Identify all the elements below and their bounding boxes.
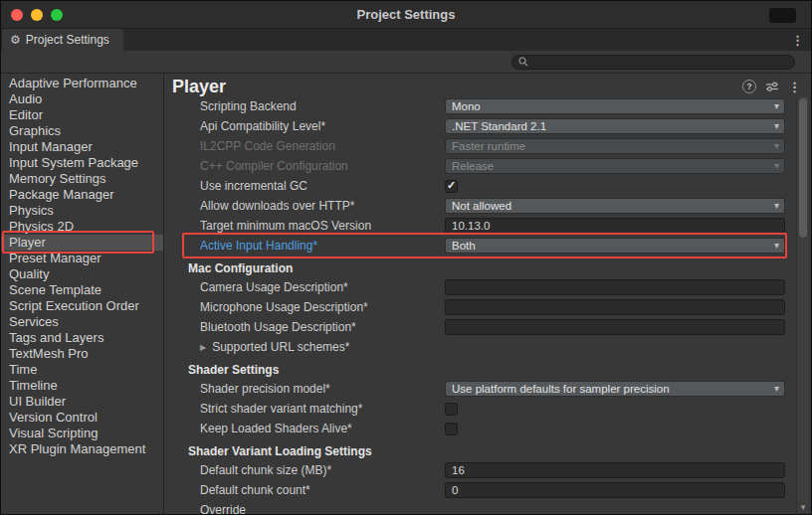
row-supported-url-schemes: ▶Supported URL schemes* (184, 337, 785, 357)
label-active-input-handling: Active Input Handling* (184, 239, 445, 253)
help-icon[interactable]: ? (742, 80, 756, 93)
page-title: Player (172, 78, 733, 95)
row-shader-precision-model: Shader precision model*Use platform defa… (184, 379, 785, 399)
content-area: Adaptive PerformanceAudioEditorGraphicsI… (1, 74, 811, 514)
checkmark-icon: ✓ (447, 179, 456, 192)
field-default-chunk-size-mb[interactable]: 16 (445, 462, 785, 478)
chevron-down-icon: ▾ (774, 161, 779, 171)
minimize-window-button[interactable] (31, 9, 43, 21)
preset-icon[interactable] (765, 81, 779, 92)
foldout-arrow-icon[interactable]: ▶ (200, 343, 206, 352)
sidebar-item-package-manager[interactable]: Package Manager (1, 187, 163, 203)
dropdown-api-compatibility-level[interactable]: .NET Standard 2.1▾ (445, 118, 785, 134)
dropdown-il2cpp-code-generation: Faster runtime▾ (445, 138, 785, 154)
zoom-window-button[interactable] (51, 9, 63, 21)
label-shader-precision-model: Shader precision model* (184, 382, 445, 396)
checkbox-use-incremental-gc[interactable]: ✓ (445, 180, 458, 193)
field-value: 10.13.0 (452, 220, 490, 232)
label-target-minimum-macos-version: Target minimum macOS Version (184, 219, 445, 233)
label-use-incremental-gc: Use incremental GC (184, 179, 445, 193)
sidebar-item-physics-2d[interactable]: Physics 2D (1, 219, 163, 235)
chevron-down-icon: ▾ (774, 141, 779, 151)
row-allow-downloads-over-http: Allow downloads over HTTP*Not allowed▾ (184, 196, 785, 216)
sidebar-item-quality[interactable]: Quality (1, 266, 163, 282)
label-api-compatibility-level: Api Compatibility Level* (184, 119, 445, 133)
label-allow-downloads-over-http: Allow downloads over HTTP* (184, 199, 445, 213)
sidebar-item-scene-template[interactable]: Scene Template (1, 282, 163, 298)
field-bluetooth-usage-description[interactable] (445, 319, 785, 335)
main-pane: Player ? ⋮ Scripting BackendMono▾Api Com… (164, 74, 811, 514)
dropdown-value: Release (452, 160, 774, 172)
titlebar: Project Settings (1, 1, 811, 29)
sidebar-item-editor[interactable]: Editor (1, 107, 163, 123)
dropdown-value: .NET Standard 2.1 (452, 120, 774, 132)
dropdown-value: Not allowed (452, 200, 774, 212)
scrollbar-thumb[interactable] (799, 98, 807, 238)
scrollbar-down-arrow-icon[interactable]: ▾ (797, 502, 809, 513)
sidebar-item-ui-builder[interactable]: UI Builder (1, 394, 163, 410)
sidebar-item-services[interactable]: Services (1, 314, 163, 330)
sidebar-item-input-manager[interactable]: Input Manager (1, 139, 163, 155)
label-microphone-usage-description: Microphone Usage Description* (184, 300, 445, 314)
row-target-minimum-macos-version: Target minimum macOS Version10.13.0 (184, 216, 785, 236)
sidebar-item-textmesh-pro[interactable]: TextMesh Pro (1, 346, 163, 362)
sidebar-item-physics[interactable]: Physics (1, 203, 163, 219)
tab-project-settings[interactable]: ⚙ Project Settings (2, 29, 123, 51)
row-keep-loaded-shaders-alive: Keep Loaded Shaders Alive* (184, 419, 785, 438)
dropdown-shader-precision-model[interactable]: Use platform defaults for sampler precis… (445, 381, 785, 397)
row-override: Override (184, 500, 785, 514)
close-window-button[interactable] (11, 9, 23, 21)
row-camera-usage-description: Camera Usage Description* (184, 277, 785, 297)
sidebar-item-timeline[interactable]: Timeline (1, 378, 163, 394)
label-override: Override (184, 503, 445, 514)
sidebar-item-input-system-package[interactable]: Input System Package (1, 155, 163, 171)
row-c-compiler-configuration: C++ Compiler ConfigurationRelease▾ (184, 156, 785, 176)
field-value: 0 (452, 484, 458, 496)
sidebar-item-preset-manager[interactable]: Preset Manager (1, 251, 163, 266)
checkbox-strict-shader-variant-matching[interactable] (445, 403, 458, 416)
dropdown-allow-downloads-over-http[interactable]: Not allowed▾ (445, 198, 785, 214)
sidebar-item-xr-plugin-management[interactable]: XR Plugin Management (1, 441, 163, 457)
search-icon (518, 57, 528, 67)
label-bluetooth-usage-description: Bluetooth Usage Description* (184, 320, 445, 334)
sidebar-item-audio[interactable]: Audio (1, 91, 163, 107)
dropdown-scripting-backend[interactable]: Mono▾ (445, 98, 785, 114)
sidebar-item-adaptive-performance[interactable]: Adaptive Performance (1, 76, 163, 91)
checkbox-keep-loaded-shaders-alive[interactable] (445, 423, 458, 435)
search-box[interactable] (511, 55, 795, 70)
sidebar-item-memory-settings[interactable]: Memory Settings (1, 171, 163, 187)
tab-more-menu-icon[interactable]: ⋮ (784, 29, 811, 51)
sidebar-item-version-control[interactable]: Version Control (1, 410, 163, 426)
field-default-chunk-count[interactable]: 0 (445, 482, 785, 498)
field-target-minimum-macos-version[interactable]: 10.13.0 (445, 218, 785, 234)
dropdown-value: Use platform defaults for sampler precis… (452, 383, 774, 395)
settings-list: Scripting BackendMono▾Api Compatibility … (164, 96, 811, 514)
vertical-scrollbar[interactable]: ▾ (796, 96, 809, 513)
search-input[interactable] (532, 56, 788, 68)
label-il2cpp-code-generation: IL2CPP Code Generation (184, 139, 445, 153)
row-scripting-backend: Scripting BackendMono▾ (184, 96, 785, 116)
sidebar-item-script-execution-order[interactable]: Script Execution Order (1, 298, 163, 314)
sidebar-item-player[interactable]: Player (1, 235, 163, 251)
row-il2cpp-code-generation: IL2CPP Code GenerationFaster runtime▾ (184, 136, 785, 156)
field-camera-usage-description[interactable] (445, 279, 785, 295)
sidebar-item-graphics[interactable]: Graphics (1, 123, 163, 139)
label-scripting-backend: Scripting Backend (184, 99, 445, 113)
row-microphone-usage-description: Microphone Usage Description* (184, 297, 785, 317)
field-microphone-usage-description[interactable] (445, 299, 785, 315)
label-supported-url-schemes[interactable]: ▶Supported URL schemes* (184, 340, 445, 354)
dropdown-active-input-handling[interactable]: Both▾ (445, 238, 785, 254)
sidebar-item-time[interactable]: Time (1, 362, 163, 378)
tab-bar: ⚙ Project Settings ⋮ (1, 29, 811, 51)
header-more-menu-icon[interactable]: ⋮ (788, 80, 801, 94)
dropdown-value: Mono (452, 100, 774, 112)
label-strict-shader-variant-matching: Strict shader variant matching* (184, 402, 445, 416)
project-settings-window: Project Settings ⚙ Project Settings ⋮ Ad… (0, 0, 812, 515)
main-header: Player ? ⋮ (164, 74, 811, 96)
titlebar-button[interactable] (769, 8, 796, 23)
sidebar-item-tags-and-layers[interactable]: Tags and Layers (1, 330, 163, 346)
label-c-compiler-configuration: C++ Compiler Configuration (184, 159, 445, 173)
sidebar-item-visual-scripting[interactable]: Visual Scripting (1, 426, 163, 441)
chevron-down-icon: ▾ (774, 384, 779, 394)
label-keep-loaded-shaders-alive: Keep Loaded Shaders Alive* (184, 422, 445, 435)
